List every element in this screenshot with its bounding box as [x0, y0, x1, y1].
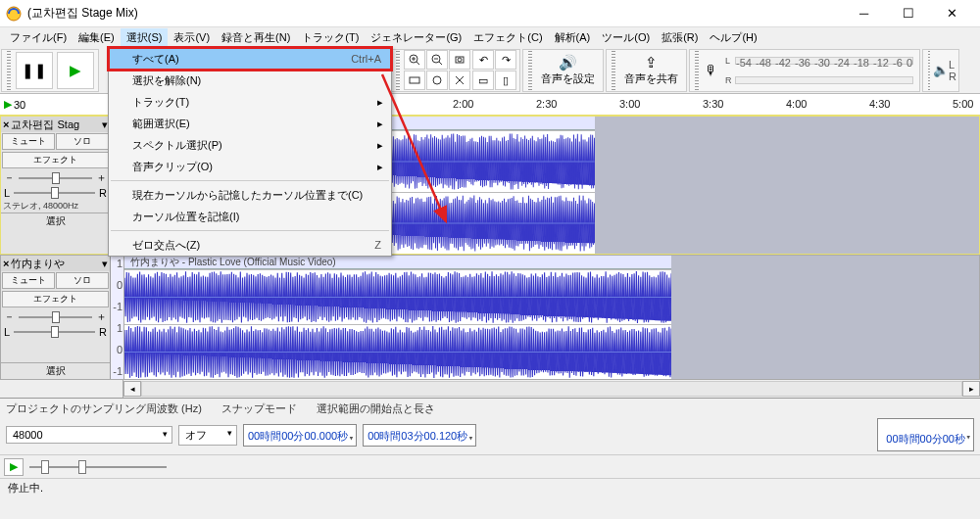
- maximize-button[interactable]: ☐: [886, 0, 930, 27]
- share-audio-group: ⇪ 音声を共有: [606, 49, 687, 92]
- track-name: 교차편집 Stag: [11, 118, 79, 132]
- audio-setup-button[interactable]: 🔊 音声を設定: [535, 54, 601, 86]
- menu-r[interactable]: 拡張(R): [656, 28, 704, 47]
- share-icon: ⇪: [645, 54, 658, 71]
- pan-slider[interactable]: LR: [1, 325, 110, 339]
- window-title: (교차편집 Stage Mix): [27, 5, 842, 22]
- dropdown-item[interactable]: ゼロ交点へ(Z)Z: [109, 234, 391, 256]
- dropdown-item[interactable]: 音声クリップ(O)▸: [109, 156, 391, 177]
- play-meter-group: 🔈 LR: [922, 49, 959, 92]
- selection-length-field[interactable]: 00時間03分00.120秒: [363, 424, 476, 447]
- dropdown-item[interactable]: 現在カーソルから記憶したカーソル位置まで(C): [109, 184, 391, 206]
- app-icon: [6, 6, 22, 22]
- svg-point-9: [458, 58, 462, 62]
- audio-setup-group: 🔊 音声を設定: [522, 49, 604, 92]
- play-at-speed-bar: ▶: [0, 454, 980, 478]
- zoom-in-icon[interactable]: [404, 50, 425, 70]
- horizontal-scrollbar[interactable]: ◂ ▸: [0, 380, 980, 398]
- share-audio-label: 音声を共有: [624, 71, 678, 86]
- menu-n[interactable]: 録音と再生(N): [216, 28, 296, 47]
- status-bar: 停止中.: [0, 478, 980, 497]
- track-info: ステレオ, 48000Hz: [1, 200, 110, 212]
- menu-h[interactable]: ヘルプ(H): [704, 28, 762, 47]
- speaker-icon: 🔊: [559, 54, 577, 71]
- solo-button[interactable]: ソロ: [56, 133, 109, 150]
- tool2-icon[interactable]: ▯: [495, 71, 516, 90]
- fit-project-icon[interactable]: [404, 71, 425, 90]
- track-close-button[interactable]: ×: [3, 118, 9, 130]
- redo-icon[interactable]: ↷: [495, 50, 516, 70]
- rec-meter-group: 🎙 L-54-48-42-36-30-24-18-12-60 R: [689, 49, 920, 92]
- menu-s[interactable]: 選択(S): [121, 28, 169, 47]
- gain-slider[interactable]: －＋: [1, 308, 110, 325]
- dropdown-item[interactable]: スペクトル選択(P)▸: [109, 134, 391, 156]
- mic-icon: 🎙: [702, 63, 721, 78]
- effects-button[interactable]: エフェクト: [2, 291, 109, 307]
- play-button[interactable]: ▶: [57, 52, 94, 89]
- dropdown-item[interactable]: トラック(T)▸: [109, 91, 391, 113]
- menu-c[interactable]: エフェクト(C): [467, 28, 548, 47]
- dropdown-item[interactable]: 範囲選択(E)▸: [109, 113, 391, 134]
- track-select-button[interactable]: 選択: [1, 212, 110, 229]
- zoom-group: ↶ ↷ ▭ ▯: [390, 49, 520, 92]
- svg-rect-10: [410, 77, 419, 83]
- menu-t[interactable]: トラック(T): [296, 28, 365, 47]
- clip-title[interactable]: 竹内まりや - Plastic Love (Official Music Vid…: [124, 256, 671, 269]
- close-button[interactable]: ✕: [930, 0, 974, 27]
- track-name: 竹内まりや: [11, 257, 65, 271]
- menu-v[interactable]: 表示(V): [168, 28, 216, 47]
- amplitude-scale: 10-110-1: [111, 256, 124, 379]
- fit-selection-icon[interactable]: [449, 50, 470, 70]
- dropdown-item[interactable]: カーソル位置を記憶(I): [109, 206, 391, 227]
- pan-slider[interactable]: LR: [1, 186, 110, 200]
- trim-icon[interactable]: [449, 71, 470, 90]
- menu-f[interactable]: ファイル(F): [4, 28, 73, 47]
- audio-setup-label: 音声を設定: [541, 71, 595, 86]
- menu-bar: ファイル(F)編集(E)選択(S)表示(V)録音と再生(N)トラック(T)ジェネ…: [0, 27, 980, 47]
- timeline-cursor-value: 30: [14, 99, 25, 111]
- effects-button[interactable]: エフェクト: [2, 152, 109, 168]
- play-at-speed-button[interactable]: ▶: [4, 458, 24, 476]
- sample-rate-combo[interactable]: 48000: [6, 426, 172, 444]
- tool1-icon[interactable]: ▭: [472, 71, 494, 90]
- scroll-left-button[interactable]: ◂: [123, 381, 141, 397]
- track-close-button[interactable]: ×: [3, 258, 9, 269]
- svg-line-2: [416, 62, 419, 65]
- audio-position-field[interactable]: 00時間00分00秒: [877, 418, 974, 451]
- waveform-area[interactable]: 竹内まりや - Plastic Love (Official Music Vid…: [124, 256, 979, 379]
- minimize-button[interactable]: ─: [842, 0, 886, 27]
- label-sel-range: 選択範囲の開始点と長さ: [317, 401, 435, 416]
- track-row: ×竹内まりや▾ミュートソロエフェクト－＋LR選択10-110-1竹内まりや - …: [0, 255, 980, 380]
- speaker-small-icon: 🔈: [933, 63, 949, 77]
- track-select-button[interactable]: 選択: [1, 362, 110, 379]
- mute-button[interactable]: ミュート: [2, 133, 55, 150]
- menu-g[interactable]: ジェネレーター(G): [365, 28, 467, 47]
- svg-point-11: [433, 76, 441, 84]
- undo-icon[interactable]: ↶: [472, 50, 494, 70]
- menu-a[interactable]: 解析(A): [549, 28, 597, 47]
- zoom-toggle-icon[interactable]: [426, 71, 448, 90]
- selection-bar: プロジェクトのサンプリング周波数 (Hz) スナップモード 選択範囲の開始点と長…: [0, 398, 980, 454]
- svg-line-6: [439, 62, 442, 65]
- transport-group: ❚❚ ▶: [1, 49, 99, 92]
- scroll-right-button[interactable]: ▸: [962, 381, 980, 397]
- share-audio-button[interactable]: ⇪ 音声を共有: [618, 54, 684, 86]
- dropdown-item[interactable]: 選択を解除(N): [109, 70, 391, 91]
- menu-o[interactable]: ツール(O): [596, 28, 656, 47]
- zoom-out-icon[interactable]: [426, 50, 448, 70]
- play-speed-slider[interactable]: [29, 466, 167, 468]
- snap-combo[interactable]: オフ: [178, 425, 237, 446]
- recording-meter[interactable]: L-54-48-42-36-30-24-18-12-60 R: [721, 49, 917, 92]
- dropdown-item[interactable]: すべて(A)Ctrl+A: [109, 48, 391, 70]
- scroll-track[interactable]: [141, 381, 962, 397]
- selection-start-field[interactable]: 00時間00分00.000秒: [243, 424, 357, 447]
- timeline-cursor-cell: ▶ 30: [0, 94, 110, 115]
- status-text: 停止中.: [8, 482, 43, 494]
- solo-button[interactable]: ソロ: [56, 272, 109, 289]
- menu-e[interactable]: 編集(E): [73, 28, 121, 47]
- mute-button[interactable]: ミュート: [2, 272, 55, 289]
- select-menu-dropdown: すべて(A)Ctrl+A選択を解除(N)トラック(T)▸範囲選択(E)▸スペクト…: [108, 47, 392, 257]
- gain-slider[interactable]: －＋: [1, 169, 110, 186]
- pause-button[interactable]: ❚❚: [16, 52, 53, 89]
- label-sample-rate: プロジェクトのサンプリング周波数 (Hz): [6, 401, 202, 416]
